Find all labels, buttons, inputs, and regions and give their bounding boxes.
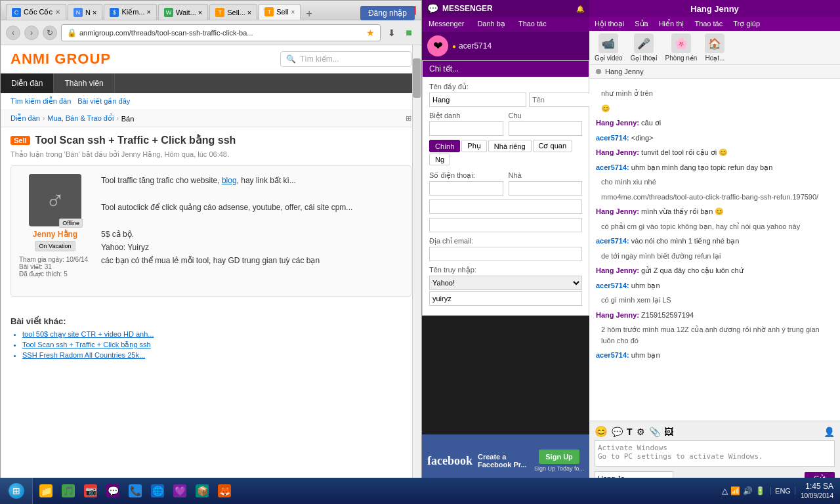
contact-status-name: Hang Jenny <box>605 68 644 75</box>
bg-btn[interactable]: 🌸 Phòng nền <box>665 33 698 62</box>
systray-icons: △ 📶 🔊 🔋 <box>722 486 765 495</box>
tab-co-quan[interactable]: Cơ quan <box>533 140 572 152</box>
settings-btn[interactable]: ⚙ <box>637 427 645 437</box>
menu-thao-tac[interactable]: Thao tác <box>512 17 553 31</box>
phone-section: Số điện thoại: Nhà <box>429 171 582 196</box>
taskbar-app-firefox[interactable]: 🦊 <box>214 480 235 502</box>
chu-input[interactable] <box>509 121 583 136</box>
text-acer-5: uhm bạn <box>631 351 660 359</box>
tab-sell1[interactable]: T Sell... × <box>209 4 257 20</box>
text-format-btn[interactable]: T <box>627 427 633 437</box>
related-post-2[interactable]: Tool Scan ssh + Traffic + Click bằng ssh <box>22 341 151 348</box>
tab-coc-coc[interactable]: C Cốc Cốc ✕ <box>6 4 66 20</box>
chat-menu-thao-tac[interactable]: Thao tác <box>689 18 728 30</box>
lang-indicator[interactable]: ENG <box>770 487 795 495</box>
tab-wait[interactable]: W Wait... × <box>158 4 208 20</box>
login-button[interactable]: Đăng nhập <box>360 6 415 20</box>
menu-icon[interactable]: ■ <box>402 26 416 40</box>
emoji-btn[interactable]: 😊 <box>595 425 608 438</box>
tab-close-active[interactable]: × <box>291 9 295 16</box>
sticker-btn[interactable]: 💬 <box>612 427 623 437</box>
nav-thanh-vien[interactable]: Thành viên <box>54 74 114 93</box>
menu-messenger[interactable]: Messenger <box>422 17 471 31</box>
activity-btn[interactable]: 🏠 Hoạt... <box>705 33 724 62</box>
chat-menu-tro-giup[interactable]: Trợ giúp <box>728 18 765 30</box>
refresh-btn[interactable]: ↻ <box>43 26 57 40</box>
image-btn[interactable]: 🖼 <box>664 427 673 437</box>
taskbar-app-viber[interactable]: 💜 <box>169 480 190 502</box>
scrollbar-v[interactable] <box>412 45 421 482</box>
sender-hang-4: Hang Jenny: <box>596 266 641 274</box>
post-sell-badge: Sell <box>10 136 30 145</box>
subnav-recent[interactable]: Bài viết gần đây <box>77 97 130 106</box>
house-input[interactable] <box>509 181 583 196</box>
download-icon[interactable]: ⬇ <box>385 26 399 40</box>
chat-menu-hien-thi[interactable]: Hiển thị <box>654 18 690 30</box>
notification-area[interactable]: △ <box>722 486 728 495</box>
extra2-input[interactable] <box>429 218 582 232</box>
start-button[interactable]: ⊞ <box>0 478 33 504</box>
chat-menu-sua[interactable]: Sửa <box>629 18 653 30</box>
user-stats: Tham gia ngày: 10/6/14 Bài viết: 31 Đã đ… <box>19 253 91 280</box>
network-icon[interactable]: 📶 <box>730 486 740 495</box>
menu-danh-ba[interactable]: Danh bạ <box>471 17 511 31</box>
fb-create-section: Create a Facebook Pr... <box>478 453 529 469</box>
phone-input[interactable] <box>429 181 503 196</box>
text-hang-4: gửi Z qua đây cho cậu luôn chứ <box>641 266 744 274</box>
bookmark-icon[interactable]: ★ <box>366 28 375 38</box>
tab-ng[interactable]: Ng <box>429 154 450 165</box>
email-section: Địa chỉ email: <box>429 236 582 261</box>
attach-btn[interactable]: 📎 <box>649 427 660 437</box>
search-icon: 🔍 <box>286 54 296 64</box>
forum-search[interactable]: 🔍 Tìm kiếm... <box>280 51 411 67</box>
email-input[interactable] <box>429 247 582 261</box>
tab-close-1[interactable]: ✕ <box>55 9 60 16</box>
signup-button[interactable]: Sign Up <box>539 450 579 464</box>
volume-icon[interactable]: 🔊 <box>743 486 753 495</box>
related-post-3[interactable]: SSH Fresh Radom All Countries 25k... <box>22 351 145 359</box>
related-list: tool 50$ chạy site CTR + video HD anh...… <box>10 330 411 359</box>
extra1-input[interactable] <box>429 200 582 214</box>
new-tab-btn[interactable]: + <box>302 8 316 20</box>
form-tabs: Chính Phụ Nhà riêng Cơ quan Ng <box>429 140 582 165</box>
related-post-1[interactable]: tool 50$ chạy site CTR + video HD anh... <box>22 330 154 338</box>
scrollbar-thumb[interactable] <box>413 58 421 98</box>
grid-icon[interactable]: ⊞ <box>406 114 411 123</box>
taskbar-app-photo[interactable]: 📷 <box>80 480 101 502</box>
username-type-select[interactable]: Yahoo! <box>429 276 582 290</box>
taskbar-app-store[interactable]: 📦 <box>192 480 213 502</box>
username-input[interactable] <box>429 291 582 306</box>
chat-titlebar: Hang Jenny <box>589 0 840 17</box>
nickname-input[interactable] <box>429 121 503 136</box>
chat-textarea[interactable]: Activate Windows Go to PC settings to ac… <box>595 440 835 467</box>
back-btn[interactable]: ‹ <box>6 26 20 40</box>
forward-btn[interactable]: › <box>24 26 39 40</box>
taskbar-app-media[interactable]: 🎵 <box>58 480 79 502</box>
tab-n[interactable]: N N × <box>68 4 102 20</box>
tab-phu[interactable]: Phụ <box>461 140 486 152</box>
battery-icon[interactable]: 🔋 <box>755 486 765 495</box>
tab-sell2[interactable]: T Sell × <box>259 4 301 20</box>
breadcrumb-home[interactable]: Diễn đàn <box>10 114 40 123</box>
sender-acer-5: acer5714: <box>596 351 631 359</box>
voice-call-btn[interactable]: 🎤 Gọi thoại <box>631 33 658 62</box>
sender-acer-2: acer5714: <box>596 163 631 171</box>
tab-nha-rieng[interactable]: Nhà riêng <box>488 140 532 152</box>
taskbar-app-phone[interactable]: 📞 <box>125 480 146 502</box>
chat-menu-hoi-thoai[interactable]: Hội thoại <box>589 18 629 30</box>
nav-dien-dan[interactable]: Diễn đàn <box>1 74 54 93</box>
taskbar-app-explorer[interactable]: 📁 <box>35 480 56 502</box>
messenger-titlebar: 💬 MESSENGER 🔔 <box>422 0 589 17</box>
user-name[interactable]: Jenny Hằng <box>19 230 91 239</box>
taskbar-app-msg[interactable]: 💬 <box>102 480 123 502</box>
breadcrumb-category[interactable]: Mua, Bán & Trao đổi <box>47 114 114 123</box>
link-blog[interactable]: blog <box>222 176 237 185</box>
tab-kiem[interactable]: $ Kiếm... × <box>104 4 157 20</box>
taskbar-app-ie[interactable]: 🌐 <box>147 480 168 502</box>
video-call-btn[interactable]: 📹 Gọi video <box>595 33 623 62</box>
first-name-input[interactable] <box>429 93 526 107</box>
expand-btn[interactable]: 👤 <box>824 427 835 437</box>
address-bar[interactable]: 🔒 anmigroup.com/threads/tool-scan-ssh-tr… <box>61 24 381 41</box>
tab-chinh[interactable]: Chính <box>429 140 460 152</box>
subnav-search[interactable]: Tìm kiếm diễn đàn <box>10 97 71 106</box>
